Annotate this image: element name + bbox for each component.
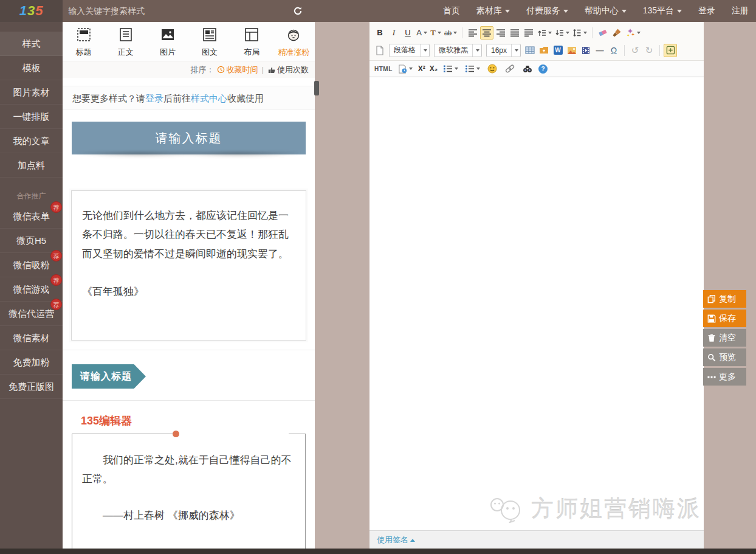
underline-button[interactable]: U <box>401 26 414 40</box>
clear-button[interactable]: 清空 <box>703 329 746 347</box>
format-painter-button[interactable] <box>610 26 624 40</box>
sidebar-item-my-articles[interactable]: 我的文章 <box>0 129 63 153</box>
more-button[interactable]: 更多 <box>703 368 746 386</box>
logo-digit: 1 <box>19 3 27 18</box>
tab-image-text[interactable]: 图文 <box>189 27 231 61</box>
nav-material-library[interactable]: 素材库 <box>476 5 510 16</box>
wechat-bubbles-icon <box>489 495 529 523</box>
paragraph-spacing-up-button[interactable] <box>536 26 553 40</box>
chevron-down-icon <box>563 10 568 13</box>
sort-by-favorite-time[interactable]: 收藏时间 <box>217 61 258 78</box>
sidebar-item-templates[interactable]: 模板 <box>0 56 63 80</box>
redo-button[interactable]: ↻ <box>642 44 656 57</box>
tab-image[interactable]: 图片 <box>146 27 188 61</box>
align-right-button[interactable] <box>494 26 507 40</box>
strikethrough-button[interactable]: ab <box>443 26 458 40</box>
paragraph-format-select[interactable]: 段落格 <box>389 44 430 57</box>
emoji-button[interactable] <box>486 62 499 75</box>
unordered-list-button[interactable] <box>464 62 481 75</box>
style-panel-scrollbar[interactable] <box>314 81 319 95</box>
sidebar-item-wechat-material[interactable]: 微信素材 <box>0 326 63 350</box>
style-item-title-banner[interactable]: 请输入标题 <box>72 122 306 154</box>
sidebar-item-wechat-fans[interactable]: 微信吸粉荐 <box>0 253 63 277</box>
nav-paid-services[interactable]: 付费服务 <box>526 5 568 16</box>
help-button[interactable]: ? <box>538 64 548 74</box>
horizontal-rule-button[interactable]: — <box>593 44 607 57</box>
insert-table-button[interactable] <box>523 44 537 57</box>
insert-video-button[interactable] <box>579 44 593 57</box>
sidebar-item-wechat-agency[interactable]: 微信代运营荐 <box>0 302 63 326</box>
insert-photo-button[interactable] <box>565 44 579 57</box>
align-distribute-button[interactable] <box>522 26 535 40</box>
paragraph-spacing-down-button[interactable] <box>554 26 571 40</box>
undo-button[interactable]: ↺ <box>628 44 642 57</box>
superscript-button[interactable]: X² <box>418 64 425 73</box>
line-height-button[interactable] <box>571 26 588 40</box>
editor-footer: 使用签名 <box>369 530 704 549</box>
sidebar-item-wechat-forms[interactable]: 微信表单荐 <box>0 204 63 229</box>
font-color-button[interactable]: A <box>415 26 428 40</box>
copy-button[interactable]: 复制 <box>703 290 746 308</box>
sidebar-item-free-fans[interactable]: 免费加粉 <box>0 350 63 375</box>
align-left-button[interactable] <box>466 26 479 40</box>
nav-register[interactable]: 注册 <box>732 5 749 16</box>
logo-digit: 3 <box>27 3 35 18</box>
style-item-title-ribbon[interactable]: 请输入标题 <box>72 364 146 389</box>
align-justify-button[interactable] <box>508 26 521 40</box>
toolbar-row-1: B I U A T ab <box>373 24 700 41</box>
nav-home[interactable]: 首页 <box>443 5 460 16</box>
sidebar-item-extras[interactable]: 加点料 <box>0 153 63 178</box>
magic-clean-button[interactable] <box>624 26 642 40</box>
style-center-link[interactable]: 样式中心 <box>191 93 227 103</box>
sidebar-item-styles[interactable]: 样式 <box>0 32 63 56</box>
brand-quote-body: 我们的正常之处,就在于自己懂得自己的不正常。 <box>82 451 295 488</box>
refresh-icon[interactable] <box>293 6 303 16</box>
nav-135-platform[interactable]: 135平台 <box>643 5 682 16</box>
search-input[interactable]: 输入关键字搜索样式 <box>68 0 284 22</box>
new-document-button[interactable] <box>373 44 387 57</box>
find-replace-button[interactable] <box>521 62 534 75</box>
ordered-list-button[interactable] <box>442 62 459 75</box>
bold-button[interactable]: B <box>373 26 387 40</box>
use-signature-link[interactable]: 使用签名 <box>377 535 408 544</box>
style-item-brand-quote[interactable]: 135编辑器 我们的正常之处,就在于自己懂得自己的不正常。 ——村上春树 《挪威… <box>72 414 306 549</box>
sidebar-item-micropage-h5[interactable]: 微页H5 <box>0 229 63 253</box>
sidebar-item-wechat-games[interactable]: 微信游戏荐 <box>0 277 63 302</box>
sort-divider: | <box>262 61 264 78</box>
recommend-badge: 荐 <box>50 274 62 286</box>
tab-body-text[interactable]: 正文 <box>105 27 146 61</box>
tab-layout[interactable]: 布局 <box>231 27 273 61</box>
subscript-button[interactable]: X₂ <box>430 64 438 73</box>
preview-button[interactable]: 预览 <box>703 348 746 366</box>
editor-toolbar: B I U A T ab 段落格 微软雅黑 16px <box>369 22 704 61</box>
word-import-button[interactable]: W <box>551 44 565 57</box>
font-size-select[interactable]: 16px <box>486 44 521 57</box>
italic-button[interactable]: I <box>387 26 400 40</box>
upload-image-button[interactable] <box>537 44 551 57</box>
special-character-button[interactable]: Ω <box>607 44 620 57</box>
save-button[interactable]: 保存 <box>703 310 746 327</box>
link-button[interactable] <box>503 62 517 75</box>
fullscreen-toggle-button[interactable] <box>664 44 677 57</box>
tab-precise-fans[interactable]: 精准涨粉 <box>273 27 315 61</box>
editor-content-area[interactable]: 方师姐营销嗨派 <box>369 77 704 530</box>
logo-135[interactable]: 135 <box>0 0 63 22</box>
toolbar-separator <box>592 27 593 38</box>
font-family-select[interactable]: 微软雅黑 <box>434 44 482 57</box>
eraser-button[interactable] <box>596 26 610 40</box>
body-text-icon <box>119 27 133 44</box>
nav-login[interactable]: 登录 <box>698 5 715 16</box>
scheduled-page-button[interactable] <box>397 62 414 75</box>
text-format-button[interactable]: T <box>429 26 442 40</box>
sidebar-item-image-material[interactable]: 图片素材 <box>0 80 63 105</box>
sort-by-usage-count[interactable]: 使用次数 <box>267 61 309 78</box>
align-center-button[interactable] <box>480 26 493 40</box>
style-item-quote-box[interactable]: 无论他们到什么地方去，都应该记住回忆是一条不归路。一切以往的春天已不复返！那狂乱… <box>71 190 306 341</box>
chevron-down-icon <box>409 68 413 70</box>
nav-help-center[interactable]: 帮助中心 <box>585 5 627 16</box>
tab-title[interactable]: 标题 <box>63 27 105 61</box>
html-source-button[interactable]: HTML <box>374 66 393 72</box>
login-link[interactable]: 登录 <box>145 93 163 103</box>
sidebar-item-one-click-layout[interactable]: 一键排版 <box>0 105 63 129</box>
sidebar-item-free-stock-images[interactable]: 免费正版图 <box>0 375 63 399</box>
